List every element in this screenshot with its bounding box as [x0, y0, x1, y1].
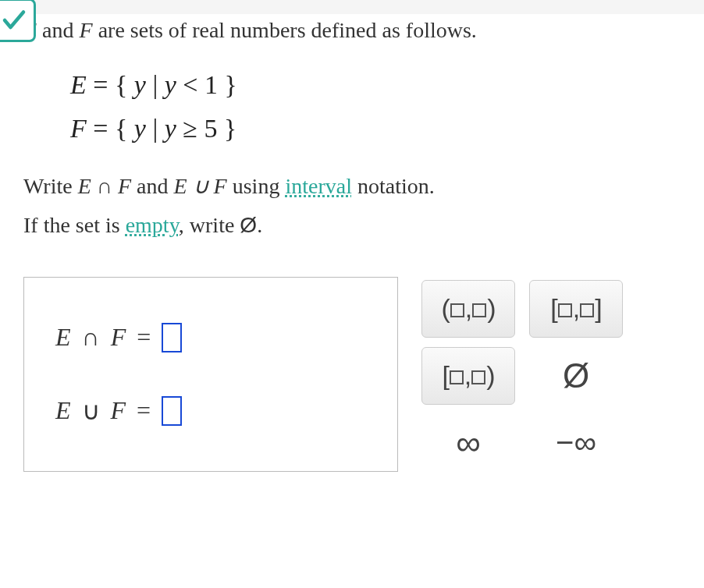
expr-intersection: E ∩ F: [78, 174, 131, 198]
palette-emptyset[interactable]: Ø: [529, 347, 623, 405]
ans2-eq: =: [137, 396, 151, 425]
problem-intro: E and F are sets of real numbers defined…: [23, 14, 681, 47]
instr-write: Write: [23, 174, 78, 198]
link-interval[interactable]: interval: [285, 174, 352, 198]
ans2-E: E: [55, 396, 71, 425]
intro-prefix: and: [37, 18, 79, 42]
var-F: F: [80, 18, 93, 42]
answer-input-intersection[interactable]: [162, 323, 182, 352]
ans1-E: E: [55, 323, 71, 352]
instr-and: and: [131, 174, 173, 198]
intro-suffix: are sets of real numbers defined as foll…: [93, 18, 477, 42]
ans1-op: ∩: [82, 323, 100, 352]
palette-closed-open-interval[interactable]: [,): [421, 347, 515, 405]
answer-row-union: E ∪ F =: [55, 396, 366, 426]
set-E-definition: E = { y | y < 1 }: [70, 70, 681, 100]
instr-notation: notation.: [352, 174, 435, 198]
ans1-F: F: [111, 323, 126, 352]
palette-neg-infinity[interactable]: −∞: [529, 414, 623, 472]
instr-using: using: [227, 174, 286, 198]
instruction-line-2: If the set is empty, write Ø.: [23, 206, 681, 245]
tool-palette: (,) [,] [,) Ø ∞ −∞: [421, 277, 623, 472]
set-F-definition: F = { y | y ≥ 5 }: [70, 114, 681, 143]
answer-input-union[interactable]: [162, 396, 182, 426]
answer-box: E ∩ F = E ∪ F =: [23, 277, 398, 472]
expr-union: E ∪ F: [174, 174, 227, 198]
emptyset-symbol: Ø: [240, 213, 257, 237]
ans2-op: ∪: [82, 396, 100, 426]
set-definitions: E = { y | y < 1 } F = { y | y ≥ 5 }: [70, 70, 681, 143]
instr-empty-prefix: If the set is: [23, 213, 126, 237]
ans2-F: F: [111, 396, 126, 425]
ans1-eq: =: [137, 323, 151, 352]
instr-period: .: [257, 213, 262, 237]
link-empty[interactable]: empty: [126, 213, 179, 237]
answer-row-intersection: E ∩ F =: [55, 323, 366, 352]
palette-closed-closed-interval[interactable]: [,]: [529, 280, 623, 338]
palette-open-open-interval[interactable]: (,): [421, 280, 515, 338]
check-mark-badge: [0, 0, 36, 42]
palette-infinity[interactable]: ∞: [421, 414, 515, 472]
instruction-line-1: Write E ∩ F and E ∪ F using interval not…: [23, 167, 681, 206]
instr-empty-suffix: , write: [179, 213, 240, 237]
